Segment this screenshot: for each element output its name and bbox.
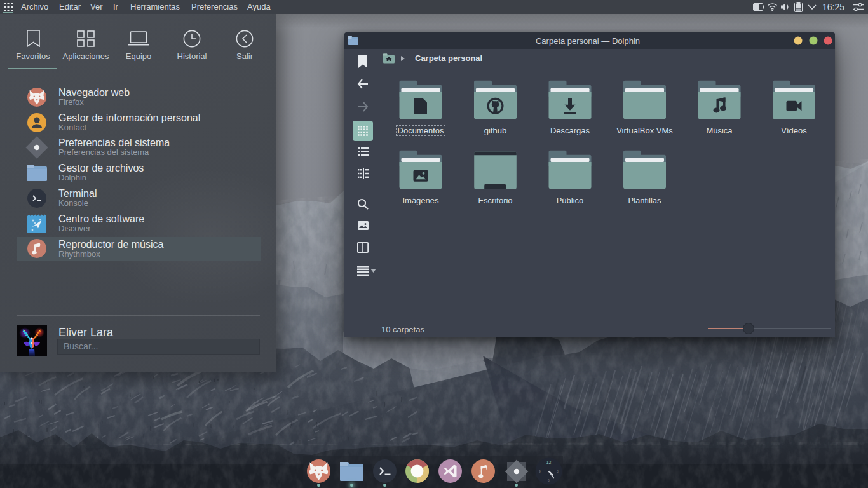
svg-text:12: 12: [546, 460, 551, 464]
svg-text:9: 9: [539, 470, 541, 473]
svg-text:6: 6: [548, 478, 550, 482]
svg-text:3: 3: [557, 470, 559, 473]
